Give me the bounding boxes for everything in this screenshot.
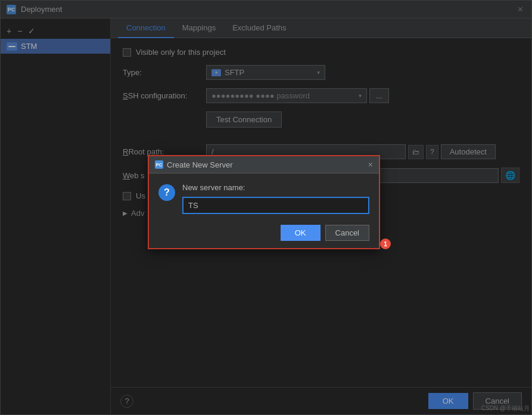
autodetect-button[interactable]: Autodetect (441, 144, 496, 159)
dialog-body: ? New server name: (149, 174, 379, 219)
watermark: CSDN @千禧站月 (481, 404, 530, 413)
use-upload-label: Us (136, 191, 145, 200)
ssh-edit-button[interactable]: ... (369, 88, 389, 103)
tab-mappings[interactable]: Mappings (174, 18, 224, 38)
use-upload-checkbox[interactable] (123, 192, 131, 200)
server-icon (7, 42, 17, 51)
tab-excluded-paths[interactable]: Excluded Paths (224, 18, 294, 38)
title-bar: PC Deployment × (1, 1, 531, 18)
dialog-ok-button[interactable]: OK (281, 225, 321, 241)
help-root-button[interactable]: ? (426, 145, 438, 159)
browse-folder-button[interactable]: 🗁 (408, 145, 424, 159)
tabs-bar: Connection Mappings Excluded Paths (111, 18, 531, 38)
sidebar-item-label: STM (21, 42, 37, 51)
bottom-bar: ? OK Cancel (111, 387, 531, 414)
ssh-config-row: SSH configuration: ●●●●●●●●● ●●●● passwo… (123, 88, 519, 103)
window-title: Deployment (21, 5, 515, 14)
sidebar: + − ✓ STM (1, 18, 111, 414)
dialog-app-icon: PC (155, 160, 163, 169)
visible-only-checkbox[interactable] (123, 48, 131, 57)
root-path-buttons: 🗁 ? Autodetect (408, 144, 496, 159)
visible-only-row: Visible only for this project (123, 48, 519, 57)
window-close-button[interactable]: × (515, 4, 525, 15)
tab-connection[interactable]: Connection (118, 18, 174, 38)
type-select[interactable]: ≡ SFTP ▾ (206, 65, 325, 80)
ssh-label: SSH configuration: (123, 91, 206, 100)
ssh-value: ●●●●●●●●● ●●●● password (211, 91, 310, 100)
type-value: SFTP (225, 68, 244, 77)
ssh-dropdown-arrow: ▾ (359, 92, 362, 99)
ssh-select[interactable]: ●●●●●●●●● ●●●● password ▾ (206, 88, 367, 103)
bottom-left: ? (120, 395, 133, 408)
advanced-chevron: ▶ (123, 210, 127, 216)
type-row: Type: ≡ SFTP ▾ (123, 65, 519, 80)
dialog-title: Create New Server (167, 160, 368, 169)
advanced-label: Adv (131, 209, 144, 218)
server-name-input[interactable] (182, 197, 369, 214)
globe-button[interactable]: 🌐 (501, 168, 519, 183)
visible-only-label: Visible only for this project (136, 48, 226, 57)
notification-badge: 1 (380, 239, 391, 249)
ok-button[interactable]: OK (428, 393, 468, 409)
check-server-button[interactable]: ✓ (27, 26, 36, 36)
dialog-close-button[interactable]: × (368, 160, 373, 169)
dialog-form: New server name: (182, 183, 369, 214)
dialog-label: New server name: (182, 183, 369, 192)
sidebar-toolbar: + − ✓ (1, 23, 110, 39)
dialog-buttons: OK Cancel (149, 219, 379, 248)
test-connection-wrapper: Test Connection (123, 112, 519, 136)
remove-server-button[interactable]: − (16, 26, 23, 36)
add-server-button[interactable]: + (5, 26, 13, 36)
dialog-cancel-button[interactable]: Cancel (325, 225, 369, 241)
help-button[interactable]: ? (120, 395, 133, 408)
question-icon: ? (158, 184, 175, 201)
create-new-server-dialog: PC Create New Server × ? New server name… (148, 155, 380, 249)
app-icon: PC (7, 5, 16, 14)
test-connection-button[interactable]: Test Connection (206, 112, 282, 128)
type-dropdown-arrow: ▾ (317, 69, 320, 76)
sidebar-item-stm[interactable]: STM (1, 39, 110, 54)
dialog-title-bar: PC Create New Server × (149, 156, 379, 174)
type-label: Type: (123, 68, 206, 77)
sftp-icon: ≡ (211, 69, 221, 76)
